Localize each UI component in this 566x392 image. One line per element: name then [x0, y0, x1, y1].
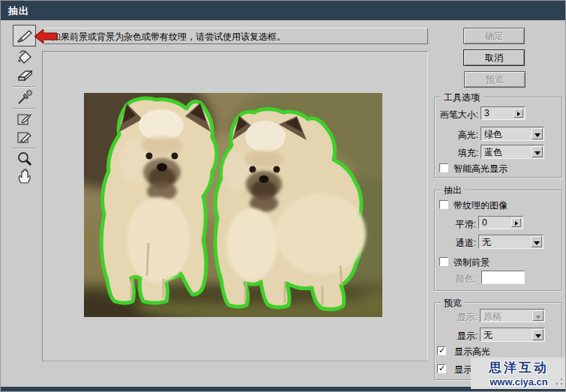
zoom-icon[interactable] [16, 151, 34, 167]
smooth-label: 平滑: [436, 218, 476, 231]
hint-box: 如果前景或背景为杂色或带有纹理，请尝试使用该复选框。 [43, 28, 428, 44]
preview-legend: 预览 [441, 297, 465, 310]
cancel-button[interactable]: 取消 [463, 49, 525, 66]
highlight-value: 绿色 [484, 128, 502, 141]
dropdown-arrow-button[interactable] [531, 236, 542, 247]
textured-image-label: 带纹理的图像 [454, 199, 508, 212]
edge-highlighter-icon [16, 27, 34, 43]
down-triangle-icon [534, 241, 540, 245]
photo-two-dogs[interactable] [84, 93, 382, 317]
preview-button[interactable]: 预览 [464, 71, 526, 88]
right-triangle-icon [515, 221, 518, 226]
brush-size-popup-button[interactable] [514, 109, 523, 118]
show-original-label: 显示: [436, 311, 478, 324]
show-original-value: 原稿 [484, 310, 502, 323]
edge-touchup-icon[interactable] [16, 129, 34, 145]
dropdown-arrow-button[interactable] [532, 146, 543, 157]
force-foreground-label: 强制前景 [454, 256, 490, 269]
toolbar-divider [13, 108, 35, 109]
smooth-value: 0 [482, 217, 487, 228]
color-label: 颜色: [436, 273, 476, 286]
smart-highlight-label: 智能高光显示 [454, 163, 508, 175]
hand-icon[interactable] [16, 168, 34, 184]
show-label: 显示: [436, 330, 478, 343]
dog-left [101, 98, 217, 303]
toolbar-divider [13, 148, 35, 148]
down-triangle-icon [535, 316, 541, 319]
show-highlight-label: 显示高光 [454, 346, 490, 358]
fill-bucket-icon[interactable] [16, 49, 34, 65]
down-triangle-icon [535, 133, 541, 137]
show-dropdown[interactable]: 无 [480, 328, 545, 342]
down-triangle-icon [535, 151, 541, 155]
eyedropper-icon[interactable] [16, 89, 34, 106]
dropdown-arrow-button [532, 310, 544, 321]
show-original-dropdown: 原稿 [480, 309, 545, 322]
toolbar-divider [13, 86, 35, 87]
fill-dropdown[interactable]: 蓝色 [481, 145, 544, 159]
brush-size-field[interactable]: 3 [481, 106, 526, 120]
down-triangle-icon [535, 334, 541, 338]
dropdown-arrow-button[interactable] [532, 329, 544, 340]
hint-text: 如果前景或背景为杂色或带有纹理，请尝试使用该复选框。 [52, 31, 286, 43]
right-triangle-icon [517, 112, 520, 116]
smooth-popup-button[interactable] [511, 218, 521, 227]
dropdown-arrow-button[interactable] [532, 128, 543, 139]
force-foreground-checkbox[interactable] [439, 257, 448, 266]
show-highlight-checkbox[interactable] [437, 346, 446, 355]
fill-value: 蓝色 [484, 146, 502, 159]
title-bar[interactable]: 抽出 [1, 1, 566, 20]
textured-image-checkbox[interactable] [439, 200, 448, 209]
tool-options-group: 工具选项 画笔大小: 3 高光: 绿色 填充: 蓝色 智能高光显示 [434, 97, 562, 178]
watermark-url: www.ciya.cn [471, 376, 566, 388]
ok-button[interactable]: 确定 [463, 28, 525, 44]
preview-canvas[interactable] [42, 51, 428, 361]
channel-dropdown[interactable]: 无 [478, 235, 544, 249]
resize-grip[interactable] [556, 378, 563, 385]
smart-highlight-checkbox[interactable] [439, 163, 448, 172]
channel-label: 通道: [436, 237, 476, 250]
watermark-text: 思洋互动 [471, 359, 566, 376]
eraser-icon[interactable] [16, 67, 34, 83]
extract-group: 抽出 带纹理的图像 平滑: 0 通道: 无 强制前景 颜色: [434, 190, 562, 291]
show-fill-checkbox[interactable] [437, 364, 446, 373]
tool-options-legend: 工具选项 [441, 91, 483, 104]
extract-dialog: 抽出 如果前景或背景为杂色或带有纹理，请尝试使用该复选框。 [0, 0, 566, 392]
channel-value: 无 [482, 236, 491, 249]
cleanup-icon[interactable] [16, 111, 34, 127]
foreground-color-swatch[interactable] [481, 271, 525, 284]
brush-size-label: 画笔大小: [436, 109, 478, 121]
show-value: 无 [484, 329, 493, 342]
fill-label: 填充: [436, 147, 478, 160]
red-arrow-pointer [34, 28, 58, 44]
watermark: 思洋互动 www.ciya.cn [471, 358, 566, 389]
smooth-field[interactable]: 0 [478, 216, 523, 229]
highlight-label: 高光: [436, 129, 478, 142]
brush-size-value: 3 [484, 108, 490, 118]
highlight-dropdown[interactable]: 绿色 [481, 127, 544, 141]
dialog-title: 抽出 [8, 4, 29, 18]
extract-legend: 抽出 [441, 184, 465, 197]
tool-edge-highlighter-selected[interactable] [13, 25, 36, 46]
